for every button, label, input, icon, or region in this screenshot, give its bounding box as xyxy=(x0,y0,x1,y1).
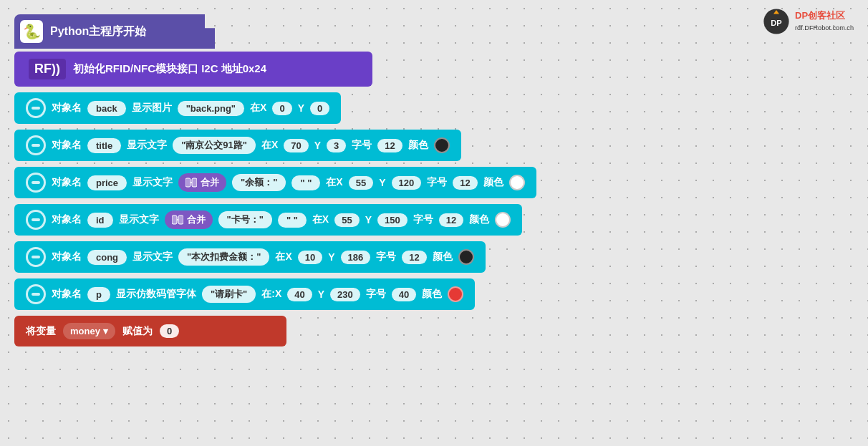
row3-y-val[interactable]: 120 xyxy=(392,176,422,190)
svg-rect-6 xyxy=(172,215,177,224)
cmd-block-3: 对象名 price 显示文字 合并 "余额：" " " 在X 55 Y 120 … xyxy=(14,167,536,198)
cmd-block-6: 对象名 p 显示仿数码管字体 "请刷卡" 在:X 40 Y 230 字号 40 … xyxy=(14,278,475,310)
row3-font-val[interactable]: 12 xyxy=(453,176,477,190)
row5-obj-name[interactable]: cong xyxy=(87,250,127,265)
row6-circle-icon xyxy=(26,284,46,304)
row6-font-val[interactable]: 40 xyxy=(392,288,416,301)
main-container: 🐍 Python主程序开始 RF)) 初始化RFID/NFC模块接口 I2C 地… xyxy=(14,14,536,349)
cmd-row-5: 对象名 cong 显示文字 "本次扣费金额：" 在X 10 Y 186 字号 1… xyxy=(14,238,536,273)
python-icon: 🐍 xyxy=(20,20,43,43)
merge-icon xyxy=(185,178,197,188)
row4-x-val[interactable]: 55 xyxy=(334,213,359,227)
svg-rect-4 xyxy=(192,178,197,187)
cmd-row-1: 对象名 back 显示图片 "back.png" 在X 0 Y 0 xyxy=(14,89,536,124)
cmd-row-2: 对象名 title 显示文字 "南京公交91路" 在X 70 Y 3 字号 12… xyxy=(14,127,536,161)
row5-x-val[interactable]: 10 xyxy=(298,251,322,264)
cmd-block-2: 对象名 title 显示文字 "南京公交91路" 在X 70 Y 3 字号 12… xyxy=(14,130,461,161)
svg-rect-3 xyxy=(185,178,191,187)
rfid-block: RF)) 初始化RFID/NFC模块接口 I2C 地址0x24 xyxy=(14,52,372,87)
row5-color-dot[interactable] xyxy=(458,249,474,265)
cmd-row-3: 对象名 price 显示文字 合并 "余额：" " " 在X 55 Y 120 … xyxy=(14,164,536,198)
row2-x-val[interactable]: 70 xyxy=(284,139,308,152)
row3-circle-icon xyxy=(26,173,46,193)
row3-merge-block[interactable]: 合并 xyxy=(178,173,226,192)
svg-text:DP: DP xyxy=(771,19,782,27)
assign-block: 将变量 money ▾ 赋值为 0 xyxy=(14,316,286,346)
row5-font-val[interactable]: 12 xyxy=(402,251,426,264)
row6-color-dot[interactable] xyxy=(448,286,463,302)
row2-value[interactable]: "南京公交91路" xyxy=(173,137,256,154)
assign-prefix: 将变量 xyxy=(26,325,56,338)
assign-row: 将变量 money ▾ 赋值为 0 xyxy=(14,313,536,346)
merge-icon-2 xyxy=(172,215,183,225)
assign-suffix: 赋值为 xyxy=(122,325,153,338)
cmd-block-1: 对象名 back 显示图片 "back.png" 在X 0 Y 0 xyxy=(14,92,341,124)
row1-circle-icon xyxy=(26,98,46,118)
row6-obj-name[interactable]: p xyxy=(87,287,110,302)
dp-logo-icon: DP xyxy=(762,7,791,36)
assign-var-name[interactable]: money ▾ xyxy=(63,323,115,339)
cmd-row-6: 对象名 p 显示仿数码管字体 "请刷卡" 在:X 40 Y 230 字号 40 … xyxy=(14,276,536,310)
row5-value[interactable]: "本次扣费金额：" xyxy=(178,248,269,266)
row1-obj-name[interactable]: back xyxy=(87,101,126,116)
cmd-block-4: 对象名 id 显示文字 合并 "卡号：" " " 在X 55 Y 150 字号 … xyxy=(14,204,522,236)
row2-obj-name[interactable]: title xyxy=(87,138,121,153)
row4-obj-name[interactable]: id xyxy=(87,213,113,228)
row4-font-val[interactable]: 12 xyxy=(439,213,463,227)
row4-circle-icon xyxy=(26,210,46,230)
row5-circle-icon xyxy=(26,247,46,267)
row4-y-val[interactable]: 150 xyxy=(377,213,408,227)
python-start-row: 🐍 Python主程序开始 xyxy=(14,14,536,49)
row3-obj-name[interactable]: price xyxy=(87,175,127,190)
row6-value[interactable]: "请刷卡" xyxy=(202,286,256,303)
row4-merge-block[interactable]: 合并 xyxy=(165,210,213,229)
row5-y-val[interactable]: 186 xyxy=(341,251,371,264)
logo-area: DP DP创客社区 rdf.DFRobot.com.cn xyxy=(762,7,854,36)
row4-merge-v2[interactable]: " " xyxy=(278,213,307,228)
python-start-label: Python主程序开始 xyxy=(50,24,146,39)
row6-y-val[interactable]: 230 xyxy=(330,288,360,301)
cmd-row-4: 对象名 id 显示文字 合并 "卡号：" " " 在X 55 Y 150 字号 … xyxy=(14,201,536,236)
row1-y-val[interactable]: 0 xyxy=(310,102,329,115)
row3-merge-v2[interactable]: " " xyxy=(291,175,320,190)
assign-value[interactable]: 0 xyxy=(160,324,179,338)
row2-circle-icon xyxy=(26,135,46,155)
row4-color-dot[interactable] xyxy=(495,212,511,228)
rfid-icon: RF)) xyxy=(29,59,66,79)
cmd-block-5: 对象名 cong 显示文字 "本次扣费金额：" 在X 10 Y 186 字号 1… xyxy=(14,241,486,273)
row2-color-dot[interactable] xyxy=(434,137,450,153)
row2-y-val[interactable]: 3 xyxy=(327,139,346,152)
row3-merge-v1[interactable]: "余额：" xyxy=(232,174,286,191)
svg-rect-7 xyxy=(178,215,183,224)
rfid-block-row: RF)) 初始化RFID/NFC模块接口 I2C 地址0x24 xyxy=(14,52,536,87)
logo-brand: DP创客社区 rdf.DFRobot.com.cn xyxy=(795,10,854,33)
python-start-block: 🐍 Python主程序开始 xyxy=(14,14,215,49)
row1-x-val[interactable]: 0 xyxy=(272,102,291,115)
rfid-label: 初始化RFID/NFC模块接口 I2C 地址0x24 xyxy=(73,62,266,76)
row3-color-dot[interactable] xyxy=(509,175,525,190)
row3-x-val[interactable]: 55 xyxy=(349,176,373,190)
row6-x-val[interactable]: 40 xyxy=(287,288,312,301)
row4-merge-v1[interactable]: "卡号：" xyxy=(218,211,272,228)
row1-value[interactable]: "back.png" xyxy=(178,101,244,116)
row2-font-val[interactable]: 12 xyxy=(377,139,402,152)
